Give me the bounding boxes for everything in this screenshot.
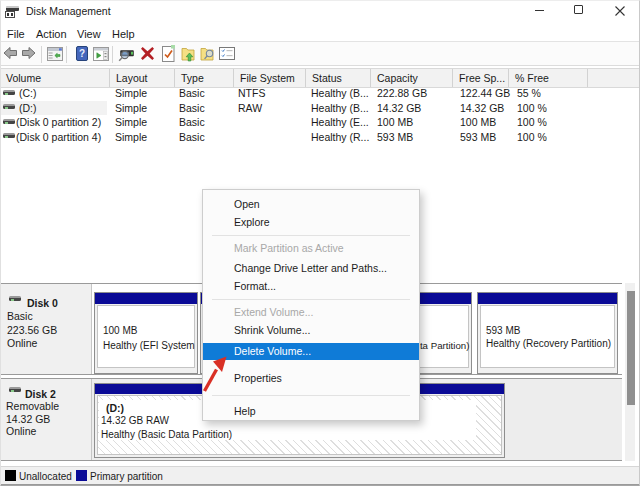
svg-text:?: ? <box>79 48 85 59</box>
